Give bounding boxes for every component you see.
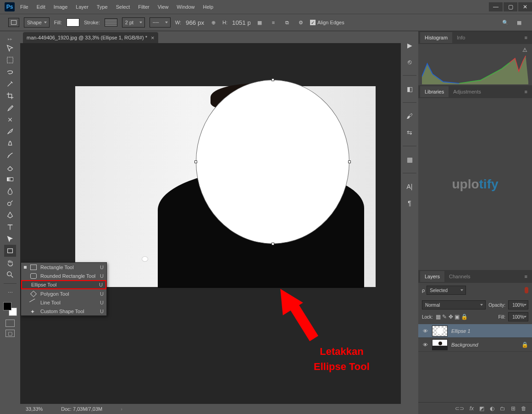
canvas[interactable] (75, 86, 376, 287)
path-arrangement-icon[interactable]: ⧉ (283, 18, 292, 27)
edit-toolbar[interactable]: ⋯ (4, 287, 16, 298)
libraries-tab[interactable]: Libraries (420, 86, 449, 97)
workspace-icon[interactable]: ▦ (515, 18, 524, 27)
stroke-swatch[interactable] (105, 18, 117, 27)
tool-preset-picker[interactable] (8, 18, 19, 27)
swatches-icon[interactable]: ▦ (405, 155, 415, 165)
adjustment-layer-icon[interactable]: ◐ (490, 405, 494, 412)
delete-layer-icon[interactable]: 🗑 (521, 405, 526, 412)
crop-tool[interactable] (4, 90, 16, 102)
maximize-button[interactable]: ▢ (504, 2, 517, 11)
layer-style-icon[interactable]: fx (470, 405, 474, 412)
hand-tool[interactable] (4, 257, 16, 269)
flyout-ellipse-tool[interactable]: Ellipse Tool U (21, 280, 106, 289)
layer-name[interactable]: Background (451, 342, 478, 348)
status-chevron-icon[interactable]: › (121, 406, 122, 412)
ellipse-shape[interactable] (196, 80, 349, 244)
layers-tab[interactable]: Layers (420, 271, 444, 282)
paragraph-icon[interactable]: ¶ (405, 198, 415, 208)
layer-thumbnail[interactable] (432, 339, 448, 350)
histogram-warning-icon[interactable]: ⚠ (522, 47, 527, 53)
path-operations-icon[interactable]: ▦ (255, 18, 264, 27)
expand-handle[interactable]: ▸▸ (7, 37, 13, 40)
stroke-style-dropdown[interactable]: ┄┄ (150, 17, 171, 28)
gradient-tool[interactable] (4, 173, 16, 185)
character-icon[interactable]: A| (405, 182, 415, 192)
magic-wand-tool[interactable] (4, 78, 16, 90)
flyout-line-tool[interactable]: Line Tool U (21, 298, 106, 307)
menu-layer[interactable]: Layer (76, 4, 89, 10)
visibility-icon[interactable]: 👁 (422, 342, 428, 348)
history-icon[interactable]: ⎋ (405, 57, 415, 67)
visibility-icon[interactable]: 👁 (422, 328, 428, 334)
layer-row-background[interactable]: 👁 Background 🔒 (418, 338, 532, 352)
flyout-custom-shape-tool[interactable]: Custom Shape Tool U (21, 307, 106, 315)
brush-settings-icon[interactable]: ⇆ (405, 127, 415, 138)
blur-tool[interactable] (4, 185, 16, 197)
type-tool[interactable] (4, 221, 16, 233)
doc-size[interactable]: Doc: 7,03M/7,03M (61, 406, 102, 412)
panel-menu-icon[interactable]: ≡ (522, 35, 530, 40)
menu-select[interactable]: Select (116, 4, 130, 10)
move-tool[interactable] (4, 42, 16, 54)
eraser-tool[interactable] (4, 161, 16, 173)
menu-window[interactable]: Window (177, 4, 194, 10)
link-layers-icon[interactable]: ⊂⊃ (455, 405, 464, 412)
flyout-polygon-tool[interactable]: Polygon Tool U (21, 289, 106, 298)
layer-mask-icon[interactable]: ◩ (479, 405, 484, 412)
flyout-rectangle-tool[interactable]: Rectangle Tool U (21, 263, 106, 271)
zoom-level[interactable]: 33,33% (26, 406, 43, 412)
layer-filter-kind[interactable]: Selected (427, 286, 466, 295)
healing-tool[interactable] (4, 114, 16, 126)
align-edges-checkbox[interactable]: ✓Align Edges (310, 20, 344, 26)
close-button[interactable]: ✕ (518, 2, 532, 11)
history-brush-tool[interactable] (4, 149, 16, 161)
menu-file[interactable]: File (20, 4, 28, 10)
menu-edit[interactable]: Edit (37, 4, 45, 10)
gear-icon[interactable]: ⚙ (296, 18, 305, 27)
canvas-wrap[interactable]: Rectangle Tool U Rounded Rectangle Tool … (20, 43, 401, 404)
channels-tab[interactable]: Channels (444, 271, 475, 282)
blend-mode-dropdown[interactable]: Normal (422, 300, 486, 309)
close-tab-icon[interactable]: × (151, 34, 155, 41)
handle-s[interactable] (272, 243, 274, 245)
handle-e[interactable] (348, 160, 351, 163)
info-tab[interactable]: Info (452, 32, 470, 43)
zoom-tool[interactable] (4, 269, 16, 281)
menu-help[interactable]: Help (203, 4, 213, 10)
eyedropper-tool[interactable] (4, 102, 16, 114)
menu-image[interactable]: Image (54, 4, 68, 10)
panel-menu-icon[interactable]: ≡ (522, 89, 530, 94)
document-tab[interactable]: man-449406_1920.jpg @ 33,3% (Ellipse 1, … (23, 32, 158, 43)
histogram-tab[interactable]: Histogram (420, 32, 452, 43)
new-layer-icon[interactable]: ⊞ (511, 405, 515, 412)
handle-w[interactable] (194, 160, 197, 163)
panel-menu-icon[interactable]: ≡ (522, 274, 530, 279)
flyout-rounded-rectangle-tool[interactable]: Rounded Rectangle Tool U (21, 271, 106, 280)
layer-row-ellipse[interactable]: 👁 Ellipse 1 (418, 324, 532, 338)
path-alignment-icon[interactable]: ≡ (269, 18, 278, 27)
filter-toggle[interactable] (525, 287, 528, 293)
color-swatches[interactable] (3, 302, 17, 316)
layer-name[interactable]: Ellipse 1 (451, 328, 471, 334)
screen-mode-toggle[interactable]: ▢ (6, 330, 15, 337)
actions-icon[interactable]: ▶ (405, 40, 415, 50)
properties-icon[interactable]: ◧ (405, 84, 415, 94)
lock-icons[interactable]: ▦ ✎ ✥ ▣ 🔒 (436, 314, 468, 320)
minimize-button[interactable]: — (489, 2, 503, 11)
foreground-color[interactable] (3, 302, 11, 310)
opacity-field[interactable]: 100% (508, 300, 528, 309)
link-wh-icon[interactable]: ⊕ (209, 18, 218, 27)
handle-n[interactable] (272, 78, 274, 81)
fill-swatch[interactable] (66, 18, 79, 27)
width-field[interactable] (186, 19, 204, 26)
path-selection-tool[interactable] (4, 233, 16, 245)
menu-type[interactable]: Type (97, 4, 108, 10)
lasso-tool[interactable] (4, 66, 16, 78)
brush-tool[interactable] (4, 126, 16, 138)
brushes-icon[interactable]: 🖌 (405, 111, 415, 121)
layer-thumbnail[interactable] (432, 326, 448, 337)
stroke-width-dropdown[interactable]: 2 pt (122, 17, 145, 28)
shape-tool[interactable] (4, 245, 16, 257)
quick-mask-toggle[interactable] (6, 320, 15, 327)
